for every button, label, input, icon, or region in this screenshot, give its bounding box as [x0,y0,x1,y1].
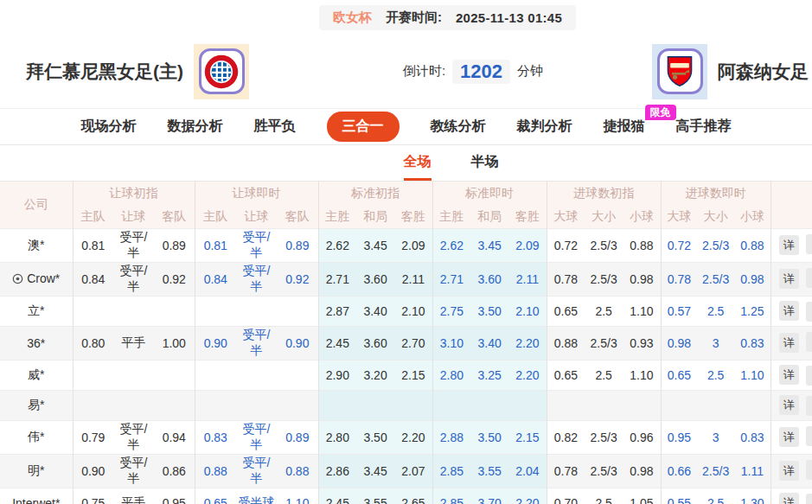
odds-cell: 0.70 [547,488,585,504]
detail-button-clipped[interactable] [806,332,812,352]
odds-cell [73,390,113,420]
detail-button-clipped[interactable] [806,396,812,416]
odds-cell: 3.55 [356,488,394,504]
subcol-header: 主队 [73,206,113,228]
odds-cell: 2.45 [318,326,356,360]
tab-half-match[interactable]: 半场 [471,145,499,181]
odds-cell: 2.85 [432,488,470,504]
odds-cell: 2.86 [318,454,356,488]
odds-cell: 3.60 [356,326,394,360]
odds-cell: 0.98 [734,262,770,296]
detail-button-clipped[interactable] [806,268,812,288]
subcol-header: 主队 [195,206,236,228]
odds-table: 公司 让球初指 让球即时 标准初指 标准即时 进球数初指 进球数即时 主队 让球… [0,182,812,504]
odds-cell: 受半球 [236,488,277,504]
odds-cell: 0.83 [734,326,770,360]
detail-button-clipped[interactable] [806,366,812,386]
subcol-header: 大球 [661,206,697,228]
odds-cell: 2.15 [394,360,432,390]
odds-cell [356,390,394,420]
odds-cell: 0.79 [73,420,113,454]
odds-cell: 2.11 [508,262,547,296]
detail-cell: 详 [770,262,812,296]
odds-cell: 0.95 [661,420,697,454]
odds-cell: 受平/半 [113,228,154,262]
detail-button[interactable]: 详 [779,235,799,255]
group-goals-live: 进球数即时 [661,182,770,206]
odds-cell [585,390,623,420]
tab-win-draw-lose[interactable]: 胜平负 [254,118,296,136]
detail-button-clipped[interactable] [806,460,812,480]
odds-cell: 3.50 [470,296,508,326]
odds-cell: 3 [697,326,734,360]
odds-cell: 3.50 [470,420,508,454]
detail-button[interactable]: 详 [779,493,799,504]
odds-cell: 0.86 [154,454,195,488]
tab-full-match[interactable]: 全场 [404,145,432,181]
company-name: 立* [28,303,44,317]
detail-button-clipped[interactable] [806,302,812,322]
tab-coach-analysis[interactable]: 教练分析 [431,118,486,136]
odds-cell: 2.62 [318,228,356,262]
odds-cell: 2.5/3 [585,420,623,454]
odds-cell [277,296,318,326]
odds-cell: 0.78 [661,262,697,296]
odds-cell: 2.5/3 [585,326,623,360]
subcol-header: 大小 [697,206,734,228]
tab-data-analysis[interactable]: 数据分析 [168,118,223,136]
odds-cell: 3.45 [356,228,394,262]
tab-expert-picks[interactable]: 高手推荐 [676,118,732,136]
tab-referee-analysis[interactable]: 裁判分析 [517,118,572,136]
home-team-name: 拜仁慕尼黑女足(主) [26,60,183,84]
company-name: 易* [28,398,44,411]
company-icon [12,273,23,287]
odds-cell: 0.80 [73,326,113,360]
detail-button[interactable]: 详 [779,427,799,447]
odds-cell: 3.55 [470,454,508,488]
odds-cell: 2.11 [394,262,432,296]
odds-cell: 2.5/3 [585,228,623,262]
odds-cell [432,390,470,420]
odds-cell: 2.5 [585,488,623,504]
company-name: Crow* [27,271,60,285]
detail-button-clipped[interactable] [806,494,812,504]
odds-cell: 3.50 [356,420,394,454]
detail-button[interactable]: 详 [779,461,799,481]
tab-live-analysis[interactable]: 现场分析 [81,118,137,136]
kickoff-bar: 欧女杯 开赛时间: 2025-11-13 01:45 [319,5,576,30]
odds-cell: 0.55 [661,488,697,504]
subcol-header: 客胜 [508,206,547,228]
subcol-header: 让球 [236,206,277,228]
odds-cell: 2.71 [432,262,470,296]
odds-cell: 2.20 [508,488,547,504]
odds-cell: 2.5/3 [697,454,734,488]
odds-cell: 0.98 [661,326,697,360]
odds-cell: 2.5/3 [697,262,734,296]
countdown: 倒计时: 1202 分钟 [403,60,543,84]
detail-cell: 详 [770,228,812,262]
company-cell: 易* [0,390,73,420]
group-standard-initial: 标准初指 [318,182,432,206]
odds-row: 易* 详 [0,390,812,420]
tab-jiebao-cat[interactable]: 捷报猫 限免 [604,118,645,136]
detail-button-clipped[interactable] [806,426,812,446]
company-cell: 36* [0,326,73,360]
odds-cell: 3 [697,420,734,454]
odds-cell: 2.04 [508,454,547,488]
odds-cell: 2.09 [394,228,432,262]
detail-button[interactable]: 详 [779,301,799,321]
tab-three-in-one[interactable]: 三合一 [327,112,400,142]
odds-cell: 0.89 [277,228,318,262]
detail-button[interactable]: 详 [779,269,799,289]
detail-button[interactable]: 详 [779,395,799,415]
company-cell: 立* [0,296,73,326]
detail-button[interactable]: 详 [779,365,799,385]
odds-cell: 3.45 [470,228,508,262]
odds-cell: 受平/半 [236,420,277,454]
detail-button-clipped[interactable] [806,234,812,254]
detail-button[interactable]: 详 [779,333,799,353]
odds-cell: 0.72 [661,228,697,262]
odds-cell: 2.71 [318,262,356,296]
odds-cell: 0.65 [547,360,585,390]
company-name: 伟* [28,430,44,443]
